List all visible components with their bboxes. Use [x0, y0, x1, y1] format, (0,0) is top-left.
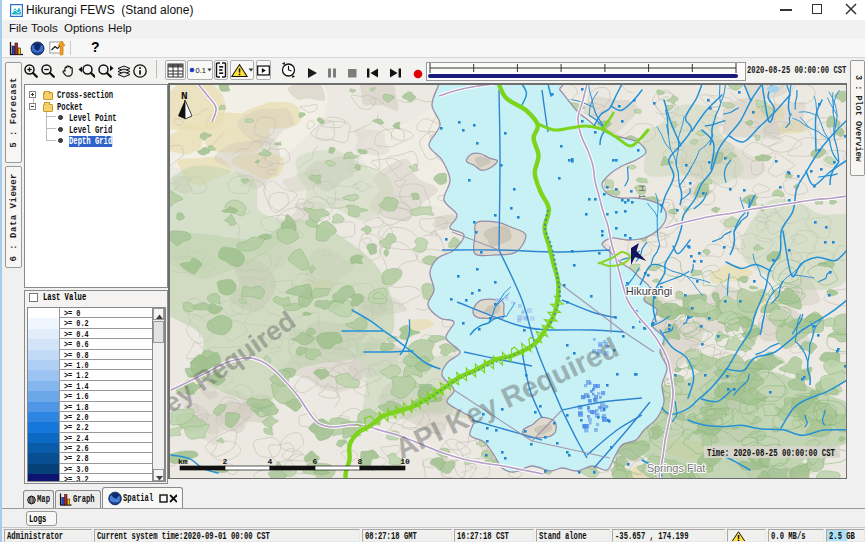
- svg-text:H 1: H 1: [637, 185, 647, 199]
- svg-text:10: 10: [400, 457, 410, 466]
- svg-text:0.1: 0.1: [196, 66, 206, 75]
- svg-text:Hikurangi: Hikurangi: [626, 285, 672, 297]
- svg-text:km: km: [178, 457, 188, 466]
- svg-text:6: 6: [313, 457, 318, 466]
- svg-text:2: 2: [223, 457, 228, 466]
- svg-text:N: N: [181, 90, 188, 102]
- svg-text:Time: 2020-08-25 00:00:00 CST: Time: 2020-08-25 00:00:00 CST: [707, 448, 835, 459]
- svg-text:8: 8: [358, 457, 363, 466]
- svg-text:4: 4: [268, 457, 273, 466]
- svg-text:Springs Flat: Springs Flat: [647, 462, 706, 474]
